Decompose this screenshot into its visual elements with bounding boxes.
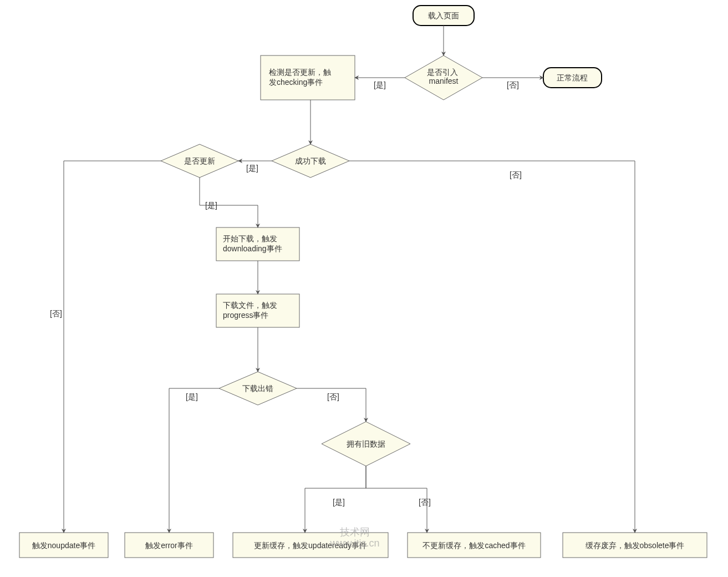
svg-text:[否]: [否] xyxy=(507,80,519,89)
node-noupdate: 触发noupdate事件 xyxy=(19,533,108,558)
svg-text:正常流程: 正常流程 xyxy=(557,73,588,82)
svg-text:[是]: [是] xyxy=(246,164,258,173)
node-start-download: 开始下载，触发 downloading事件 xyxy=(216,227,299,261)
svg-text:[否]: [否] xyxy=(510,170,522,179)
flowchart-canvas: 载入页面 是否引入 manifest 正常流程 检测是否更新，触 发checki… xyxy=(0,0,728,577)
node-cached: 不更新缓存，触发cached事件 xyxy=(408,533,541,558)
svg-text:[是]: [是] xyxy=(186,392,198,401)
node-download-ok-decision: 成功下载 xyxy=(272,144,349,178)
node-old-data-decision: 拥有旧数据 xyxy=(322,422,410,466)
svg-text:是否更新: 是否更新 xyxy=(184,156,215,165)
svg-text:拥有旧数据: 拥有旧数据 xyxy=(347,439,385,448)
svg-text:下载出错: 下载出错 xyxy=(242,384,273,393)
svg-text:缓存废弃，触发obsolete事件: 缓存废弃，触发obsolete事件 xyxy=(586,541,685,550)
svg-text:[否]: [否] xyxy=(327,392,339,401)
svg-text:[是]: [是] xyxy=(374,80,386,89)
svg-text:[是]: [是] xyxy=(333,498,345,507)
node-error-decision: 下载出错 xyxy=(219,372,297,405)
watermark: 技术网 www.itjs.cn xyxy=(329,527,379,549)
svg-text:[否]: [否] xyxy=(50,309,62,318)
svg-text:是否引入
    manifest: 是否引入 manifest xyxy=(427,68,460,85)
node-manifest-decision: 是否引入 manifest xyxy=(405,55,482,100)
svg-text:[否]: [否] xyxy=(419,498,431,507)
svg-text:不更新缓存，触发cached事件: 不更新缓存，触发cached事件 xyxy=(422,541,525,550)
svg-text:载入页面: 载入页面 xyxy=(428,11,459,20)
node-updated-decision: 是否更新 xyxy=(161,144,238,178)
node-checking: 检测是否更新，触 发checking事件 xyxy=(261,55,355,100)
node-load: 载入页面 xyxy=(413,6,474,26)
svg-text:技术网: 技术网 xyxy=(339,527,370,538)
svg-text:[是]: [是] xyxy=(205,201,217,210)
node-error: 触发error事件 xyxy=(125,533,213,558)
svg-text:触发noupdate事件: 触发noupdate事件 xyxy=(32,541,95,550)
node-normal: 正常流程 xyxy=(543,68,602,88)
node-obsolete: 缓存废弃，触发obsolete事件 xyxy=(563,533,707,558)
svg-text:触发error事件: 触发error事件 xyxy=(145,541,193,550)
node-progress: 下载文件，触发 progress事件 xyxy=(216,294,299,327)
svg-text:成功下载: 成功下载 xyxy=(295,156,326,165)
svg-text:www.itjs.cn: www.itjs.cn xyxy=(329,538,379,549)
